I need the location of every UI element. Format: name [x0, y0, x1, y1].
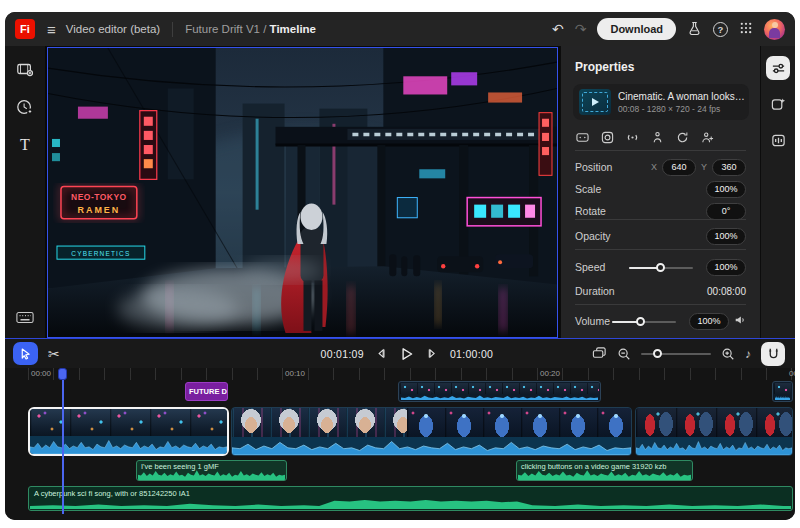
music-clip[interactable]: A cyberpunk sci fi song, with or 8512422…: [28, 486, 793, 511]
transport-bar: ✂ 00:01:09 01:00:00: [5, 338, 795, 368]
sfx-clip-2[interactable]: clicking buttons on a video game 31920 k…: [516, 460, 693, 481]
opacity-input[interactable]: 100%: [706, 228, 746, 245]
scale-input[interactable]: 100%: [706, 181, 746, 198]
properties-title: Properties: [575, 60, 634, 74]
apps-grid-icon[interactable]: [739, 21, 753, 37]
overlay-video-clip[interactable]: [398, 381, 601, 402]
user-avatar[interactable]: [764, 19, 785, 40]
timeline-zoom-slider[interactable]: [641, 349, 711, 359]
zoom-in-icon[interactable]: [721, 347, 735, 361]
speaker-icon[interactable]: [734, 314, 746, 328]
select-tool[interactable]: [13, 342, 38, 365]
firefly-logo[interactable]: Fi: [15, 19, 35, 39]
selected-clip-card[interactable]: Cinematic. A woman looks a.... v.ffgenvi…: [573, 84, 749, 120]
breadcrumb-separator: /: [263, 23, 266, 35]
sfx-clip-label: clicking buttons on a video game 31920 k…: [521, 462, 667, 471]
position-y-input[interactable]: 360: [712, 159, 746, 176]
add-media-icon[interactable]: [14, 58, 36, 80]
divider: [575, 304, 746, 305]
snap-magnet-icon[interactable]: [761, 342, 785, 366]
overlay-video-clip[interactable]: [772, 381, 793, 402]
properties-panel: Properties Cinematic. A woman looks a...…: [560, 46, 760, 338]
right-rail: [760, 46, 795, 338]
workspace: T: [5, 46, 795, 338]
sfx-clip-1[interactable]: I've been seeing 1 gMF: [136, 460, 287, 481]
properties-tab-icon[interactable]: [766, 56, 790, 80]
ruler-label: 00:20: [540, 369, 560, 378]
clock-plus-icon[interactable]: [14, 96, 36, 118]
x-axis-label: X: [651, 162, 657, 172]
y-axis-label: Y: [701, 162, 707, 172]
clip-title: Cinematic. A woman looks a.... v.ffgenvi…: [618, 91, 746, 102]
audio-tab-icon[interactable]: [766, 128, 790, 152]
audio-scrub-icon[interactable]: ♪: [745, 347, 751, 361]
rotate-icon[interactable]: [675, 130, 689, 144]
video-clip-3[interactable]: [635, 407, 793, 456]
speed-input[interactable]: 100%: [706, 259, 746, 276]
position-x-input[interactable]: 640: [662, 159, 696, 176]
music-clip-label: A cyberpunk sci fi song, with or 8512422…: [34, 489, 190, 498]
speed-label: Speed: [575, 261, 605, 273]
timeline[interactable]: 00:00 00:10 00:20 00:30 FUTURE DRI: [5, 368, 795, 520]
divider: [575, 219, 746, 220]
mask-icon[interactable]: [600, 130, 614, 144]
breadcrumb-project[interactable]: Future Drift V1: [185, 23, 260, 35]
clip-thumbnails: [30, 409, 227, 438]
neon-sign-pink: [467, 198, 541, 226]
video-clip-2[interactable]: [231, 407, 632, 456]
volume-input[interactable]: 100%: [689, 313, 729, 330]
clip-action-icons: [575, 130, 714, 144]
rotate-input[interactable]: 0°: [706, 203, 746, 220]
overlay-thumbnails: [774, 383, 791, 394]
help-icon[interactable]: ?: [713, 22, 728, 37]
ruler-label: 00:10: [285, 369, 305, 378]
topbar-divider: [172, 22, 173, 37]
top-bar: Fi ≡ Video editor (beta) Future Drift V1…: [5, 12, 795, 46]
fit-timeline-icon[interactable]: [592, 346, 607, 361]
download-button[interactable]: Download: [597, 18, 676, 40]
undo-icon[interactable]: ↶: [552, 22, 564, 36]
svg-text:CYBERNETICS: CYBERNETICS: [71, 250, 130, 257]
current-time: 00:01:09: [321, 348, 364, 360]
neon-sign-ramen: NEO-TOKYO RAMEN: [61, 186, 137, 218]
ruler-ticks: [28, 368, 795, 380]
text-clip-label: FUTURE DRI: [189, 387, 228, 396]
svg-text:RAMEN: RAMEN: [77, 205, 120, 215]
pose-icon[interactable]: [650, 130, 664, 144]
frame-icon[interactable]: [575, 130, 589, 144]
next-frame-icon[interactable]: [426, 347, 439, 360]
zoom-out-icon[interactable]: [617, 347, 631, 361]
volume-slider[interactable]: [612, 316, 676, 326]
video-clip-1-selected[interactable]: [28, 407, 229, 456]
text-clip[interactable]: FUTURE DRI: [185, 382, 228, 401]
music-track: A cyberpunk sci fi song, with or 8512422…: [5, 486, 795, 511]
split-tool-icon[interactable]: ✂: [48, 346, 60, 362]
clip-meta: 00:08 - 1280 × 720 - 24 fps: [618, 104, 743, 114]
speed-slider[interactable]: [629, 262, 693, 272]
video-track: [5, 407, 795, 456]
preview-canvas[interactable]: NEO-TOKYO RAMEN CYBERNETICS: [47, 47, 558, 338]
clip-thumbnails: [232, 408, 631, 437]
ruler-label: 00:00: [31, 369, 51, 378]
preview-area: NEO-TOKYO RAMEN CYBERNETICS: [45, 46, 560, 338]
clip-thumbnails: [636, 408, 792, 437]
timeline-ruler[interactable]: [28, 368, 795, 380]
svg-text:NEO-TOKYO: NEO-TOKYO: [71, 192, 127, 202]
duration-value: 00:08:00: [707, 286, 746, 297]
previous-frame-icon[interactable]: [375, 347, 388, 360]
beaker-icon[interactable]: [687, 21, 702, 38]
generate-tab-icon[interactable]: [766, 92, 790, 116]
breadcrumb[interactable]: Future Drift V1 / Timeline: [185, 23, 316, 35]
text-tool[interactable]: T: [14, 134, 36, 156]
keyboard-shortcuts-icon[interactable]: [14, 306, 36, 328]
breadcrumb-page: Timeline: [270, 23, 316, 35]
person-add-icon[interactable]: [700, 130, 714, 144]
play-icon[interactable]: [399, 346, 415, 362]
overlay-thumbnails: [400, 383, 599, 394]
total-duration: 01:00:00: [450, 348, 493, 360]
sfx-track: I've been seeing 1 gMF clicking buttons …: [5, 460, 795, 481]
redo-icon[interactable]: ↷: [575, 22, 587, 36]
position-label: Position: [575, 161, 612, 173]
menu-icon[interactable]: ≡: [47, 21, 56, 38]
motion-icon[interactable]: [625, 130, 639, 144]
